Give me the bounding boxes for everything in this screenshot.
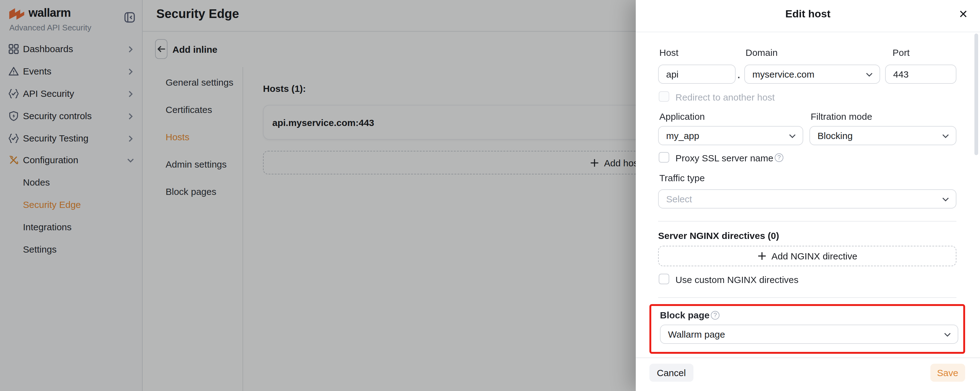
application-select[interactable]: my_app [658, 126, 803, 145]
cancel-button[interactable]: Cancel [649, 364, 693, 382]
use-custom-nginx-checkbox[interactable] [659, 274, 669, 284]
host-label: Host [659, 47, 679, 58]
domain-select-value: myservice.com [752, 69, 815, 80]
drawer-header-divider [636, 32, 980, 32]
proxy-ssl-checkbox[interactable] [659, 152, 669, 163]
application-label: Application [659, 111, 705, 122]
block-page-label: Block page [660, 310, 710, 320]
block-page-select-value: Wallarm page [668, 329, 725, 340]
domain-label: Domain [746, 47, 778, 58]
save-button[interactable]: Save [931, 364, 965, 382]
add-nginx-directive-label: Add NGINX directive [772, 251, 858, 261]
help-icon[interactable]: ? [775, 153, 783, 162]
section-divider [658, 221, 956, 222]
main-page: wallarm Advanced API Security Dashboards [0, 0, 636, 391]
drawer-title: Edit host [636, 8, 980, 21]
chevron-down-icon [942, 197, 949, 202]
host-domain-separator: . [738, 70, 740, 80]
host-input[interactable] [658, 65, 736, 84]
edit-host-drawer: Edit host ✕ Host Domain Port . myservice… [636, 0, 980, 391]
modal-overlay [0, 0, 636, 391]
port-input[interactable] [885, 65, 956, 84]
domain-select[interactable]: myservice.com [744, 65, 880, 84]
help-icon[interactable]: ? [711, 311, 719, 320]
close-icon[interactable]: ✕ [955, 6, 971, 22]
add-nginx-directive-button[interactable]: Add NGINX directive [658, 246, 956, 266]
filtration-mode-select[interactable]: Blocking [810, 126, 956, 145]
chevron-down-icon [866, 73, 873, 77]
chevron-down-icon [944, 333, 951, 337]
drawer-scrollbar[interactable] [974, 34, 978, 155]
app-root: wallarm Advanced API Security Dashboards [0, 0, 980, 391]
block-page-highlight: Block page ? Wallarm page [649, 304, 965, 354]
section-divider [658, 297, 956, 298]
use-custom-nginx-label: Use custom NGINX directives [675, 274, 799, 285]
port-label: Port [892, 47, 910, 58]
proxy-ssl-label: Proxy SSL server name [675, 153, 773, 163]
redirect-label: Redirect to another host [675, 92, 775, 102]
block-page-select[interactable]: Wallarm page [660, 325, 958, 344]
filtration-mode-label: Filtration mode [811, 111, 872, 122]
application-select-value: my_app [666, 130, 699, 141]
plus-icon [757, 251, 767, 261]
redirect-checkbox [659, 91, 669, 102]
chevron-down-icon [942, 134, 949, 139]
filtration-mode-select-value: Blocking [818, 130, 853, 141]
traffic-type-label: Traffic type [659, 172, 705, 183]
traffic-type-placeholder: Select [666, 194, 692, 204]
nginx-directives-heading: Server NGINX directives (0) [658, 230, 779, 241]
chevron-down-icon [789, 134, 796, 139]
drawer-footer-divider [636, 357, 980, 358]
traffic-type-select[interactable]: Select [658, 189, 956, 209]
